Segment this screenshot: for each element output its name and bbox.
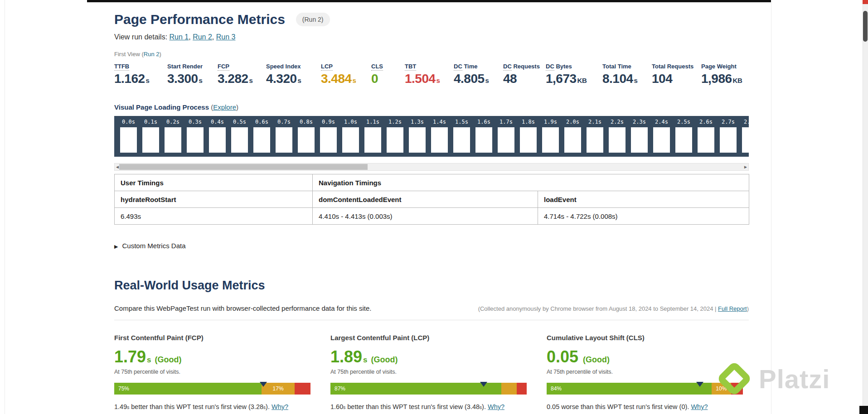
full-report-link[interactable]: Full Report bbox=[718, 305, 747, 312]
frame-thumbnail[interactable] bbox=[542, 127, 559, 153]
metric-label-rest: Total Time bbox=[602, 63, 631, 70]
frame-timestamp: 2.7s bbox=[717, 119, 739, 125]
frame-thumbnail[interactable] bbox=[165, 127, 181, 153]
card-title: First Contentful Paint (FCP) bbox=[114, 334, 310, 342]
metric-unit: s bbox=[298, 77, 301, 84]
filmstrip-frame[interactable]: 1.0s bbox=[339, 116, 362, 157]
filmstrip-frame[interactable]: 1.8s bbox=[517, 116, 539, 157]
run-1-link[interactable]: Run 1 bbox=[170, 33, 189, 41]
metric-label-rest: Total Requests bbox=[652, 63, 693, 70]
filmstrip-frame[interactable]: 0.6s bbox=[251, 116, 273, 157]
filmstrip-frame[interactable]: 0.7s bbox=[273, 116, 295, 157]
frame-thumbnail[interactable] bbox=[475, 127, 492, 153]
metric-label-rest: Page Weight bbox=[701, 63, 737, 70]
filmstrip-frame[interactable]: 2.4s bbox=[650, 116, 673, 157]
filmstrip-frame[interactable]: 0.1s bbox=[140, 116, 162, 157]
filmstrip-frame[interactable]: 1.5s bbox=[451, 116, 473, 157]
frame-thumbnail[interactable] bbox=[587, 127, 603, 153]
note-value-2: 3.28 bbox=[251, 403, 263, 410]
frame-thumbnail[interactable] bbox=[409, 127, 426, 153]
vertical-scrollbar[interactable] bbox=[863, 0, 868, 414]
explore-link[interactable]: Explore bbox=[213, 103, 236, 111]
frame-thumbnail[interactable] bbox=[253, 127, 270, 153]
filmstrip-frame[interactable]: 2.1s bbox=[584, 116, 606, 157]
user-timings-header: User Timings bbox=[115, 174, 313, 191]
scroll-right-arrow-icon[interactable]: ► bbox=[743, 164, 748, 170]
filmstrip-frame[interactable]: 2.0s bbox=[562, 116, 584, 157]
filmstrip-frame[interactable]: 1.2s bbox=[384, 116, 406, 157]
vertical-scrollbar-thumb[interactable] bbox=[863, 11, 868, 42]
frame-thumbnail[interactable] bbox=[431, 127, 448, 153]
frame-thumbnail[interactable] bbox=[120, 127, 137, 153]
filmstrip-frame[interactable]: 2.8s bbox=[739, 116, 749, 157]
filmstrip-frame[interactable]: 1.3s bbox=[406, 116, 428, 157]
frame-thumbnail[interactable] bbox=[698, 127, 714, 153]
frame-thumbnail[interactable] bbox=[720, 127, 737, 153]
why-link[interactable]: Why? bbox=[691, 403, 708, 410]
card-value-number: 0.05 bbox=[547, 347, 578, 366]
horizontal-scrollbar-thumb[interactable] bbox=[119, 164, 368, 170]
filmstrip-frame[interactable]: 1.1s bbox=[362, 116, 384, 157]
filmstrip-frame[interactable]: 2.5s bbox=[673, 116, 695, 157]
run-2-link[interactable]: Run 2 bbox=[193, 33, 212, 41]
metric-unit: KB bbox=[733, 77, 742, 84]
frame-thumbnail[interactable] bbox=[609, 127, 626, 153]
frame-thumbnail[interactable] bbox=[187, 127, 204, 153]
metric-value: 3.300 bbox=[167, 72, 198, 86]
frame-timestamp: 0.5s bbox=[228, 119, 251, 125]
filmstrip-frame[interactable]: 2.6s bbox=[695, 116, 717, 157]
note-value-1: 1.60 bbox=[330, 403, 343, 410]
percentile-marker-icon bbox=[696, 382, 703, 387]
filmstrip-frame[interactable]: 0.8s bbox=[295, 116, 317, 157]
distribution-bar: 87% bbox=[330, 383, 527, 395]
percentile-note: At 75th percentile of visits. bbox=[114, 369, 310, 375]
frame-thumbnail[interactable] bbox=[498, 127, 514, 153]
filmstrip-frame[interactable]: 1.7s bbox=[495, 116, 517, 157]
frame-thumbnail[interactable] bbox=[209, 127, 226, 153]
dom-content-loaded-value: 4.410s - 4.413s (0.003s) bbox=[313, 208, 538, 225]
filmstrip-frame[interactable]: 0.4s bbox=[206, 116, 228, 157]
frame-thumbnail[interactable] bbox=[364, 127, 381, 153]
metric-value: 1,673 bbox=[546, 72, 577, 86]
frame-thumbnail[interactable] bbox=[631, 127, 648, 153]
lcp-card: Largest Contentful Paint (LCP) 1.89s(Goo… bbox=[330, 334, 527, 410]
frame-thumbnail[interactable] bbox=[276, 127, 292, 153]
run-3-link[interactable]: Run 3 bbox=[216, 33, 236, 41]
frame-thumbnail[interactable] bbox=[453, 127, 470, 153]
frame-thumbnail[interactable] bbox=[653, 127, 670, 153]
filmstrip-frame[interactable]: 2.2s bbox=[606, 116, 628, 157]
filmstrip-frame[interactable]: 0.0s bbox=[117, 116, 140, 157]
filmstrip-frame[interactable]: 0.9s bbox=[317, 116, 339, 157]
good-pct-label: 87% bbox=[330, 383, 345, 395]
frame-thumbnail[interactable] bbox=[231, 127, 248, 153]
filmstrip-frame[interactable]: 0.3s bbox=[184, 116, 206, 157]
filmstrip-horizontal-scrollbar[interactable]: ◄ ► bbox=[114, 163, 749, 171]
frame-timestamp: 2.5s bbox=[673, 119, 695, 125]
frame-thumbnail[interactable] bbox=[520, 127, 537, 153]
filmstrip-frame[interactable]: 1.9s bbox=[539, 116, 562, 157]
frame-thumbnail[interactable] bbox=[675, 127, 692, 153]
frame-thumbnail[interactable] bbox=[342, 127, 359, 153]
note-end: ). bbox=[482, 403, 488, 410]
frame-thumbnail[interactable] bbox=[387, 127, 403, 153]
metric-value: 48 bbox=[503, 72, 517, 86]
filmstrip-frame[interactable]: 1.6s bbox=[473, 116, 495, 157]
filmstrip-frame[interactable]: 1.4s bbox=[428, 116, 451, 157]
why-link[interactable]: Why? bbox=[488, 403, 504, 410]
frame-thumbnail[interactable] bbox=[564, 127, 581, 153]
page-title: Page Performance Metrics bbox=[114, 12, 285, 27]
frame-thumbnail[interactable] bbox=[742, 127, 749, 153]
filmstrip-frame[interactable]: 0.5s bbox=[228, 116, 251, 157]
hydrate-root-start-header: hydrateRootStart bbox=[115, 191, 313, 208]
filmstrip-frame[interactable]: 0.2s bbox=[162, 116, 184, 157]
first-view-run-link[interactable]: Run 2 bbox=[144, 51, 160, 58]
why-link[interactable]: Why? bbox=[272, 403, 288, 410]
frame-thumbnail[interactable] bbox=[298, 127, 315, 153]
frame-thumbnail[interactable] bbox=[142, 127, 159, 153]
good-pct-label: 75% bbox=[114, 383, 129, 395]
filmstrip-frame[interactable]: 2.7s bbox=[717, 116, 739, 157]
filmstrip-frame[interactable]: 2.3s bbox=[628, 116, 650, 157]
frame-thumbnail[interactable] bbox=[320, 127, 337, 153]
custom-metrics-expander[interactable]: ▶Custom Metrics Data bbox=[114, 242, 749, 250]
frame-timestamp: 1.6s bbox=[473, 119, 495, 125]
